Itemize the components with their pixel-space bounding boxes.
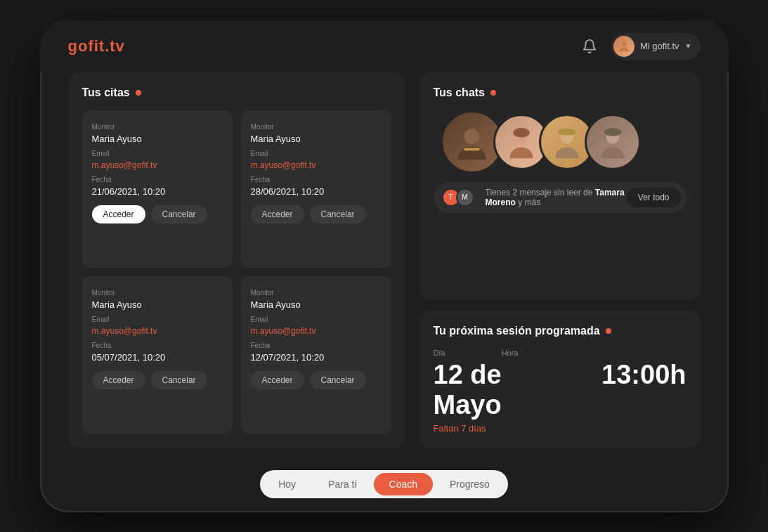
email-label: Email (92, 150, 223, 157)
preview-content: T M Tienes 2 mensaje sin leer de Tamara … (442, 188, 627, 207)
email-label: Email (251, 316, 382, 323)
right-panel: Tus chats (419, 72, 701, 448)
tus-citas-title: Tus citas (82, 86, 391, 99)
email-label: Email (251, 150, 382, 157)
header: gofit.tv Mi gofit.tv ▼ (40, 20, 729, 72)
avatar (613, 36, 634, 57)
appointment-card: Monitor Maria Ayuso Email m.ayuso@gofit.… (241, 110, 391, 268)
user-menu[interactable]: Mi gofit.tv ▼ (611, 33, 701, 60)
svg-point-4 (513, 128, 529, 137)
coaches-avatars (434, 110, 686, 174)
next-session-panel: Tu próxima sesión programada Día Hora 12… (419, 311, 701, 448)
tab-coach[interactable]: Coach (374, 473, 433, 495)
fecha-value: 21/06/2021, 10:20 (92, 186, 223, 197)
monitor-name: Maria Ayuso (251, 299, 382, 310)
monitor-label: Monitor (251, 289, 382, 297)
active-dot (136, 90, 141, 96)
session-date: 12 de Mayo (434, 360, 560, 420)
fecha-value: 05/07/2021, 10:20 (92, 352, 223, 363)
user-label: Mi gofit.tv (640, 41, 679, 51)
email-label: Email (92, 316, 223, 323)
session-countdown: Faltan 7 días (434, 423, 686, 434)
appt-actions: Acceder Cancelar (92, 205, 223, 223)
ver-todo-button[interactable]: Ver todo (627, 188, 681, 207)
coach-avatar-4[interactable] (585, 114, 641, 170)
appt-actions: Acceder Cancelar (92, 371, 223, 389)
acceder-button[interactable]: Acceder (92, 371, 145, 389)
mini-avatar-2: M (456, 188, 474, 207)
main-content: Tus citas Monitor Maria Ayuso Email m.ay… (40, 72, 729, 462)
email-value: m.ayuso@gofit.tv (251, 160, 382, 170)
cancelar-button[interactable]: Cancelar (310, 205, 366, 223)
session-time: 13:00h (601, 360, 686, 390)
svg-point-8 (604, 128, 621, 136)
appointment-card: Monitor Maria Ayuso Email m.ayuso@gofit.… (82, 110, 233, 268)
appointment-card: Monitor Maria Ayuso Email m.ayuso@gofit.… (82, 276, 233, 434)
message-preview: T M Tienes 2 mensaje sin leer de Tamara … (434, 182, 686, 213)
monitor-label: Monitor (92, 123, 223, 131)
tab-para-ti[interactable]: Para ti (313, 473, 372, 495)
fecha-value: 12/07/2021, 10:20 (251, 352, 382, 363)
monitor-name: Maria Ayuso (251, 134, 382, 144)
tab-progreso[interactable]: Progreso (434, 473, 505, 495)
active-dot (606, 328, 611, 334)
cancelar-button[interactable]: Cancelar (151, 371, 207, 389)
session-labels: Día Hora (434, 349, 686, 357)
fecha-label: Fecha (251, 176, 382, 183)
svg-point-0 (621, 41, 626, 46)
bell-icon[interactable] (580, 37, 599, 56)
appointment-card: Monitor Maria Ayuso Email m.ayuso@gofit.… (241, 276, 391, 434)
monitor-label: Monitor (251, 123, 382, 131)
fecha-label: Fecha (92, 342, 223, 349)
appointments-grid: Monitor Maria Ayuso Email m.ayuso@gofit.… (82, 110, 391, 434)
cancelar-button[interactable]: Cancelar (151, 205, 207, 223)
appt-actions: Acceder Cancelar (251, 371, 382, 389)
tus-chats-title: Tus chats (434, 86, 686, 99)
svg-point-6 (557, 128, 576, 135)
fecha-value: 28/06/2021, 10:20 (251, 186, 382, 197)
preview-text: Tienes 2 mensaje sin leer de Tamara More… (486, 188, 627, 207)
active-dot (490, 90, 496, 96)
dia-label: Día (434, 349, 445, 357)
header-right: Mi gofit.tv ▼ (580, 33, 701, 60)
fecha-label: Fecha (92, 176, 223, 183)
email-value: m.ayuso@gofit.tv (92, 326, 223, 336)
tablet-frame: gofit.tv Mi gofit.tv ▼ (40, 20, 729, 512)
acceder-button[interactable]: Acceder (251, 205, 304, 223)
svg-rect-2 (464, 148, 480, 151)
email-value: m.ayuso@gofit.tv (251, 326, 382, 336)
appt-actions: Acceder Cancelar (251, 205, 382, 223)
tab-hoy[interactable]: Hoy (263, 473, 311, 495)
cancelar-button[interactable]: Cancelar (310, 371, 366, 389)
session-values: 12 de Mayo 13:00h (434, 360, 686, 420)
svg-point-1 (464, 129, 480, 144)
bottom-nav: Hoy Para ti Coach Progreso (40, 462, 729, 512)
monitor-name: Maria Ayuso (92, 134, 223, 144)
nav-tabs: Hoy Para ti Coach Progreso (260, 470, 508, 498)
email-value: m.ayuso@gofit.tv (92, 160, 223, 170)
chevron-down-icon: ▼ (685, 42, 692, 50)
preview-avatars: T M (442, 188, 474, 207)
monitor-name: Maria Ayuso (92, 299, 223, 310)
hora-label: Hora (502, 349, 519, 357)
monitor-label: Monitor (92, 289, 223, 297)
logo: gofit.tv (68, 37, 125, 56)
acceder-button[interactable]: Acceder (92, 205, 145, 223)
acceder-button[interactable]: Acceder (251, 371, 304, 389)
next-session-title: Tu próxima sesión programada (434, 325, 686, 337)
tus-chats-panel: Tus chats (419, 72, 701, 299)
tus-citas-panel: Tus citas Monitor Maria Ayuso Email m.ay… (68, 72, 405, 448)
fecha-label: Fecha (251, 342, 382, 349)
